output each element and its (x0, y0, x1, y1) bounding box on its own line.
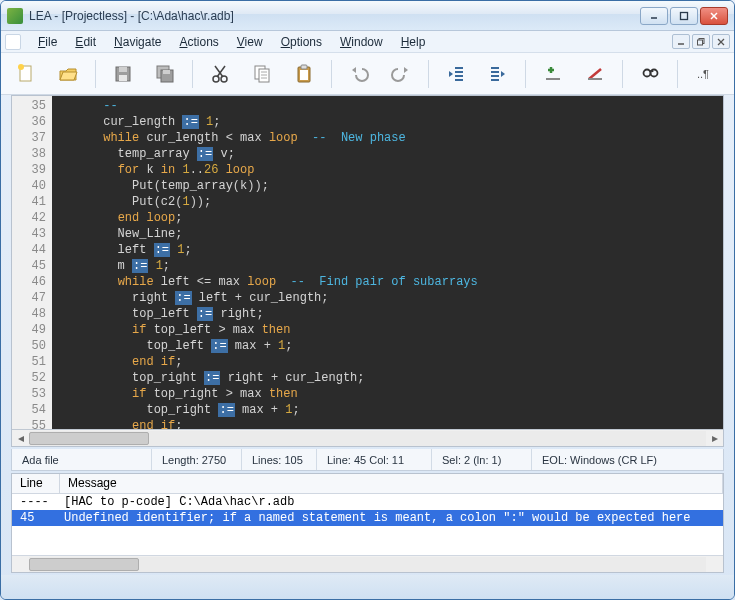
status-length: Length: 2750 (152, 449, 242, 470)
open-file-button[interactable] (53, 59, 83, 89)
svg-rect-16 (163, 70, 170, 74)
outdent-button[interactable] (441, 59, 471, 89)
line-number: 40 (12, 178, 46, 194)
indent-button[interactable] (483, 59, 513, 89)
status-filetype: Ada file (12, 449, 152, 470)
code-line[interactable]: -- (60, 98, 723, 114)
status-selection: Sel: 2 (ln: 1) (432, 449, 532, 470)
show-marks-button[interactable]: ..¶ (690, 59, 720, 89)
close-button[interactable] (700, 7, 728, 25)
menu-edit[interactable]: Edit (66, 33, 105, 51)
redo-button[interactable] (386, 59, 416, 89)
line-number: 52 (12, 370, 46, 386)
svg-point-17 (213, 76, 219, 82)
line-number: 35 (12, 98, 46, 114)
code-editor[interactable]: 3536373839404142434445464748495051525354… (12, 96, 723, 429)
message-row[interactable]: 45Undefined identifier; if a named state… (12, 510, 723, 526)
svg-text:..¶: ..¶ (697, 68, 709, 80)
code-line[interactable]: top_left := max + 1; (60, 338, 723, 354)
menu-view[interactable]: View (228, 33, 272, 51)
messages-header-line[interactable]: Line (12, 474, 60, 493)
line-number: 55 (12, 418, 46, 429)
svg-point-42 (644, 69, 651, 76)
menu-navigate[interactable]: Navigate (105, 33, 170, 51)
messages-hscrollbar[interactable] (12, 555, 723, 572)
minimize-button[interactable] (640, 7, 668, 25)
code-line[interactable]: top_right := max + 1; (60, 402, 723, 418)
code-line[interactable]: while cur_length < max loop -- New phase (60, 130, 723, 146)
undo-button[interactable] (344, 59, 374, 89)
code-line[interactable]: New_Line; (60, 226, 723, 242)
menu-window[interactable]: Window (331, 33, 392, 51)
mdi-minimize-button[interactable] (672, 34, 690, 49)
mdi-close-button[interactable] (712, 34, 730, 49)
mdi-doc-icon[interactable] (5, 34, 21, 50)
code-line[interactable]: top_right := right + cur_length; (60, 370, 723, 386)
messages-body[interactable]: ----[HAC to p-code] C:\Ada\hac\r.adb45Un… (12, 494, 723, 555)
code-line[interactable]: end if; (60, 418, 723, 429)
window-title: LEA - [Projectless] - [C:\Ada\hac\r.adb] (29, 9, 640, 23)
save-button[interactable] (108, 59, 138, 89)
toolbar: ..¶ (1, 53, 734, 95)
line-number: 38 (12, 146, 46, 162)
menu-help[interactable]: Help (392, 33, 435, 51)
code-line[interactable]: m := 1; (60, 258, 723, 274)
code-line[interactable]: for k in 1..26 loop (60, 162, 723, 178)
code-line[interactable]: if top_right > max then (60, 386, 723, 402)
svg-rect-6 (698, 40, 703, 45)
menu-options[interactable]: Options (272, 33, 331, 51)
search-button[interactable] (635, 59, 665, 89)
svg-rect-1 (681, 12, 688, 19)
svg-rect-13 (119, 75, 127, 81)
line-number: 39 (12, 162, 46, 178)
menu-file[interactable]: File (29, 33, 66, 51)
code-area[interactable]: -- cur_length := 1; while cur_length < m… (52, 96, 723, 429)
code-line[interactable]: while left <= max loop -- Find pair of s… (60, 274, 723, 290)
message-row[interactable]: ----[HAC to p-code] C:\Ada\hac\r.adb (12, 494, 723, 510)
scroll-right-icon[interactable]: ▸ (706, 431, 723, 446)
line-number: 51 (12, 354, 46, 370)
code-line[interactable]: left := 1; (60, 242, 723, 258)
status-eol: EOL: Windows (CR LF) (532, 449, 723, 470)
code-line[interactable]: if top_left > max then (60, 322, 723, 338)
code-line[interactable]: top_left := right; (60, 306, 723, 322)
copy-button[interactable] (247, 59, 277, 89)
line-number: 41 (12, 194, 46, 210)
add-button[interactable] (538, 59, 568, 89)
code-line[interactable]: end loop; (60, 210, 723, 226)
mdi-controls (672, 34, 730, 49)
editor-pane: 3536373839404142434445464748495051525354… (11, 95, 724, 447)
line-number: 44 (12, 242, 46, 258)
svg-line-40 (589, 69, 601, 79)
code-line[interactable]: temp_array := v; (60, 146, 723, 162)
scroll-thumb[interactable] (29, 432, 149, 445)
messages-header-message[interactable]: Message (60, 474, 723, 493)
scroll-left-icon[interactable]: ◂ (12, 431, 29, 446)
code-line[interactable]: Put(c2(1)); (60, 194, 723, 210)
maximize-button[interactable] (670, 7, 698, 25)
titlebar: LEA - [Projectless] - [C:\Ada\hac\r.adb] (1, 1, 734, 31)
code-line[interactable]: cur_length := 1; (60, 114, 723, 130)
line-number: 42 (12, 210, 46, 226)
scroll-track[interactable] (29, 431, 706, 446)
remove-button[interactable] (580, 59, 610, 89)
statusbar: Ada file Length: 2750 Lines: 105 Line: 4… (11, 449, 724, 471)
app-icon (7, 8, 23, 24)
line-number: 54 (12, 402, 46, 418)
editor-hscrollbar[interactable]: ◂ ▸ (12, 429, 723, 446)
menu-actions[interactable]: Actions (170, 33, 227, 51)
cut-button[interactable] (205, 59, 235, 89)
messages-scroll-thumb[interactable] (29, 558, 139, 571)
new-file-button[interactable] (11, 59, 41, 89)
code-line[interactable]: end if; (60, 354, 723, 370)
code-line[interactable]: right := left + cur_length; (60, 290, 723, 306)
line-number: 36 (12, 114, 46, 130)
save-all-button[interactable] (150, 59, 180, 89)
line-number: 45 (12, 258, 46, 274)
message-line: ---- (12, 495, 60, 509)
svg-rect-12 (119, 67, 127, 72)
mdi-restore-button[interactable] (692, 34, 710, 49)
svg-point-10 (18, 64, 24, 70)
code-line[interactable]: Put(temp_array(k)); (60, 178, 723, 194)
paste-button[interactable] (289, 59, 319, 89)
